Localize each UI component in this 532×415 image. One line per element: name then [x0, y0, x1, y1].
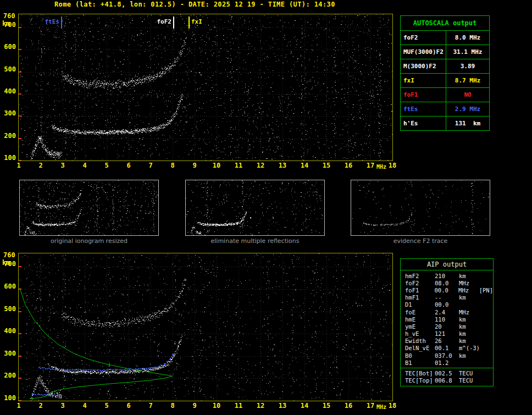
x-axis-label: 5 [104, 402, 108, 410]
x-axis-label: 2 [38, 162, 42, 169]
aip-param-name: hmF1 [401, 294, 435, 301]
marker-line-ftEs [61, 16, 62, 29]
aip-row: foF208.0MHz [401, 279, 493, 286]
aip-row: B101.2 [401, 359, 493, 366]
aip-param-name: DelN_vE [401, 345, 435, 351]
aip-param-name: foF1 [401, 287, 434, 294]
x-axis-label: 18 [389, 402, 396, 410]
ionogram-main-canvas [19, 14, 392, 161]
aip-param-name: D1 [401, 301, 435, 308]
autoscala-row-label: M(3000)F2 [401, 59, 446, 73]
autoscala-row-value: 8.0 MHz [446, 31, 489, 45]
y-axis-label: 500 [4, 65, 16, 73]
x-axis-label: 8 [170, 162, 174, 169]
aip-param-unit: m^(-3) [459, 345, 480, 351]
x-axis-label: 7 [148, 402, 152, 410]
aip-param-unit: TECU [459, 370, 480, 377]
aip-param-value: 00.0 [434, 287, 458, 294]
autoscala-row: h'Es131 km [401, 116, 489, 130]
aip-output-table: AIP output hmF2210kmfoF208.0MHzfoF100.0M… [400, 258, 494, 386]
x-axis-label: 6 [126, 402, 130, 410]
x-axis-label: 15 [323, 162, 330, 169]
x-axis-label: 10 [213, 402, 220, 410]
aip-param-unit: MHz [459, 280, 480, 286]
aip-param-value: 006.8 [435, 377, 459, 384]
aip-param-value: 002.5 [435, 370, 459, 377]
aip-param-value: 20 [435, 323, 459, 330]
y-axis-label: 700 [4, 260, 16, 268]
x-axis-label: 9 [192, 402, 196, 410]
aip-param-unit: km [459, 337, 480, 344]
y-axis-label: 400 [4, 87, 16, 95]
x-axis-label: 4 [82, 402, 86, 410]
autoscala-row-label: foF2 [401, 31, 446, 45]
autoscala-row-label: fxI [401, 74, 446, 87]
autoscala-row-label: MUF(3000)F2 [401, 45, 446, 59]
autoscala-row: foF1NO [401, 87, 489, 102]
autoscala-row-label: h'Es [401, 117, 446, 130]
autoscala-table-rows: foF28.0 MHzMUF(3000)F231.1 MHzM(3000)F23… [401, 30, 489, 130]
autoscala-row: MUF(3000)F231.1 MHz [401, 45, 489, 59]
aip-table-rows: hmF2210kmfoF208.0MHzfoF100.0MHz[PN]hmF1-… [401, 270, 493, 366]
autoscala-row: M(3000)F23.89 [401, 59, 489, 73]
x-axis-label: 13 [279, 162, 286, 169]
aip-param-unit: km [459, 323, 480, 330]
autoscala-screen: { "title": "Rome (lat: +41.8, lon: 012.5… [0, 0, 532, 415]
aip-param-name: TEC[Bot] [401, 370, 435, 377]
aip-row: ymE20km [401, 323, 493, 330]
aip-param-value: 2.4 [435, 309, 459, 316]
thumbnail-f2-trace [351, 180, 490, 236]
thumbnail-caption-original: original ionogram resized [51, 237, 128, 245]
aip-param-value: 210 [435, 273, 459, 279]
aip-param-name: Ewidth [401, 337, 435, 344]
ionogram-interpreted-plot [18, 253, 393, 401]
aip-row: hmF2210km [401, 272, 493, 279]
aip-param-name: h_vE [401, 330, 435, 337]
marker-line-fxI [189, 16, 190, 29]
autoscala-row-value: 31.1 MHz [446, 45, 489, 59]
aip-param-name: B0 [401, 352, 435, 359]
aip-param-unit: MHz [459, 309, 480, 316]
y-axis-label: 600 [4, 43, 16, 51]
aip-param-value: 00.1 [435, 345, 459, 351]
ionogram-interpreted-canvas [19, 253, 392, 401]
aip-param-value: 121 [435, 330, 459, 337]
x-axis-label: 12 [257, 162, 264, 169]
x-axis-label: 11 [235, 162, 242, 169]
aip-param-name: foF2 [401, 280, 435, 286]
aip-param-value: 08.0 [435, 280, 459, 286]
y-axis-label: 600 [4, 283, 16, 290]
autoscala-row-label: foF1 [401, 88, 446, 102]
aip-row: foF100.0MHz[PN] [401, 286, 493, 294]
aip-row: DelN_vE00.1m^(-3) [401, 345, 493, 352]
aip-param-value: 037.0 [435, 352, 459, 359]
y-top-label: 760 [3, 12, 15, 20]
aip-param-unit: TECU [459, 377, 480, 384]
aip-row: D100.0 [401, 301, 493, 308]
aip-row: hmE110km [401, 316, 493, 323]
x-axis-label: 9 [192, 162, 196, 169]
x-axis-label: 15 [323, 402, 330, 410]
aip-param-name: foE [401, 309, 435, 316]
marker-label-ftEs: ftEs [45, 18, 60, 25]
thumbnail-caption-f2-trace: evidence F2 trace [394, 237, 448, 245]
thumbnail-caption-no-multiples: eliminate multiple reflections [211, 237, 300, 245]
x-axis-label: 14 [301, 402, 308, 410]
x-axis-label: 18 [389, 162, 396, 169]
x-axis-label: 14 [301, 162, 308, 169]
aip-param-value: -- [435, 294, 459, 301]
autoscala-row-value: 8.7 MHz [446, 74, 489, 87]
x-axis-label: 13 [279, 402, 286, 410]
autoscala-row-value: 3.89 [446, 59, 489, 73]
thumbnail-original-ionogram [19, 180, 159, 236]
x-axis-label: 7 [148, 162, 152, 169]
autoscala-row: fxI8.7 MHz [401, 73, 489, 87]
aip-param-name: B1 [401, 359, 435, 366]
thumbnail-no-multiples [185, 180, 325, 236]
autoscala-table-header: AUTOSCALA output [401, 16, 489, 30]
x-unit-label: MHz [376, 164, 386, 170]
aip-table-tec-rows: TEC[Bot]002.5TECUTEC[Top]006.8TECU [401, 369, 493, 384]
y-axis-label: 100 [4, 394, 16, 402]
x-axis-label: 8 [170, 402, 174, 410]
x-axis-label: 11 [235, 402, 242, 410]
